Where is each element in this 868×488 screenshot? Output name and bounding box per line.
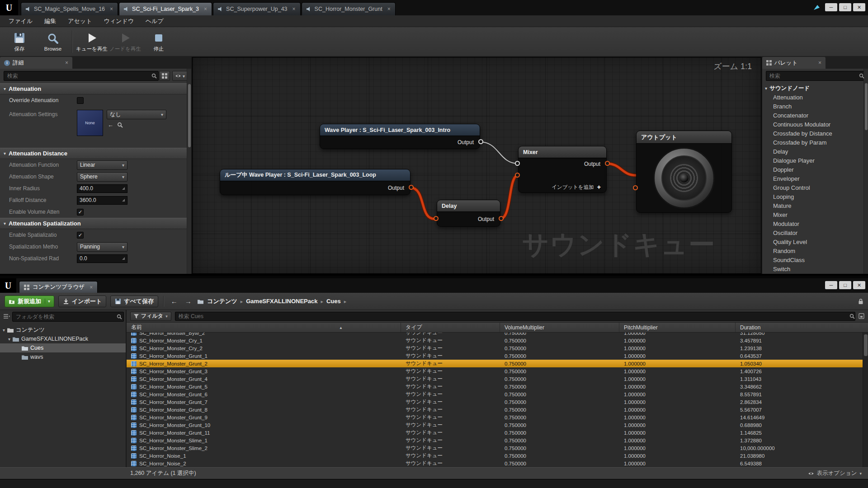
save-search-icon[interactable]: [859, 313, 864, 319]
asset-row[interactable]: SC_Horror_Noise_1サウンドキュー0.7500001.000000…: [127, 452, 868, 460]
menu-item[interactable]: ファイル: [3, 17, 38, 25]
output-pin[interactable]: [605, 161, 610, 166]
non-spatialized-radius-field[interactable]: 0.0: [77, 254, 127, 263]
tab-close-icon[interactable]: [90, 284, 93, 291]
drag-grip-icon[interactable]: [122, 199, 125, 202]
input-pin[interactable]: [515, 173, 520, 178]
tree-item-cues[interactable]: Cues: [0, 343, 126, 352]
forward-button[interactable]: [183, 296, 193, 306]
palette-node-item[interactable]: Random: [762, 247, 868, 256]
output-pin[interactable]: [478, 139, 483, 144]
palette-node-item[interactable]: Enveloper: [762, 174, 868, 183]
enable-volume-attenuation-checkbox[interactable]: [77, 209, 84, 216]
palette-node-item[interactable]: Mixer: [762, 211, 868, 220]
palette-node-item[interactable]: Oscillator: [762, 229, 868, 238]
output-pin[interactable]: [409, 185, 414, 190]
column-header-volume[interactable]: VolumeMultiplier: [500, 323, 619, 332]
attenuation-function-dropdown[interactable]: Linear: [77, 160, 127, 170]
tree-item-content[interactable]: コンテンツ: [0, 325, 126, 334]
asset-row[interactable]: SC_Horror_Monster_Grunt_8サウンドキュー0.750000…: [127, 406, 868, 413]
palette-node-item[interactable]: Continuous Modulator: [762, 120, 868, 129]
palette-node-item[interactable]: Dialogue Player: [762, 156, 868, 165]
node-mixer[interactable]: Mixer Output インプットを追加: [518, 146, 607, 193]
add-new-button[interactable]: 新規追加: [5, 296, 54, 307]
section-attenuation-spatialization[interactable]: Attenuation Spatialization: [0, 218, 191, 229]
column-header-duration[interactable]: Duration: [736, 323, 868, 332]
details-scrollbar[interactable]: [187, 69, 191, 274]
asset-row[interactable]: SC_Horror_Monster_Slime_1サウンドキュー0.750000…: [127, 436, 868, 444]
column-header-name[interactable]: 名前: [127, 323, 401, 332]
feedback-icon[interactable]: [813, 4, 821, 11]
palette-node-item[interactable]: Modulator: [762, 220, 868, 229]
palette-node-item[interactable]: Group Control: [762, 183, 868, 192]
palette-scrollbar[interactable]: [863, 69, 868, 274]
chevron-right-icon[interactable]: [321, 298, 323, 305]
palette-node-item[interactable]: Crossfade by Param: [762, 138, 868, 147]
palette-node-item[interactable]: Concatenator: [762, 111, 868, 120]
node-delay[interactable]: Delay Output: [437, 200, 500, 227]
spatialization-method-dropdown[interactable]: Panning: [77, 242, 127, 252]
editor-tab[interactable]: SC_Superpower_Up_43: [213, 2, 301, 15]
browse-button[interactable]: Browse: [36, 27, 70, 56]
asset-list-scrollbar[interactable]: [863, 333, 868, 467]
chevron-down-icon[interactable]: [45, 299, 50, 304]
palette-node-item[interactable]: Looping: [762, 192, 868, 202]
view-options-button[interactable]: ▾: [172, 71, 188, 81]
enable-spatialization-checkbox[interactable]: [77, 232, 84, 239]
close-button[interactable]: [853, 3, 865, 11]
asset-row[interactable]: SC_Horror_Monster_Grunt_10サウンドキュー0.75000…: [127, 421, 868, 429]
override-attenuation-checkbox[interactable]: [77, 97, 84, 104]
palette-node-item[interactable]: Switch: [762, 265, 868, 274]
node-waveplayer-intro[interactable]: Wave Player : S_Sci-Fi_Laser_Spark_003_I…: [320, 124, 480, 149]
stop-button[interactable]: 停止: [142, 27, 175, 56]
input-pin[interactable]: [633, 185, 638, 190]
palette-category-sound-nodes[interactable]: サウンドノード: [762, 83, 868, 93]
chevron-down-icon[interactable]: [3, 327, 5, 333]
node-output[interactable]: アウトプット: [636, 131, 732, 213]
play-cue-button[interactable]: キューを再生: [75, 27, 108, 56]
editor-title-bar[interactable]: U SC_Magic_Spells_Move_16SC_Sci-Fi_Laser…: [0, 0, 868, 15]
menu-item[interactable]: ウィンドウ: [98, 17, 140, 25]
input-pin[interactable]: [515, 161, 520, 166]
tree-item-pack[interactable]: GameSFXALLINONEPack: [0, 334, 126, 343]
minimize-button[interactable]: [825, 3, 837, 11]
asset-row[interactable]: SC_Horror_Monster_Grunt_6サウンドキュー0.750000…: [127, 390, 868, 398]
menu-item[interactable]: ヘルプ: [140, 17, 170, 25]
drag-grip-icon[interactable]: [122, 257, 125, 260]
minimize-button[interactable]: [825, 281, 837, 289]
palette-node-item[interactable]: SoundClass: [762, 256, 868, 265]
folder-search-input[interactable]: [12, 312, 124, 322]
palette-search-input[interactable]: [766, 71, 866, 81]
content-browser-tab[interactable]: コンテンツブラウザ: [19, 281, 98, 293]
property-matrix-button[interactable]: [159, 71, 170, 81]
inner-radius-field[interactable]: 400.0: [77, 184, 127, 193]
breadcrumb-item[interactable]: Cues: [326, 298, 341, 305]
chevron-right-icon[interactable]: [241, 298, 243, 305]
import-button[interactable]: インポート: [58, 296, 106, 307]
maximize-button[interactable]: [839, 281, 851, 289]
use-selected-asset-icon[interactable]: [108, 122, 113, 128]
chevron-right-icon[interactable]: [344, 298, 347, 305]
palette-node-item[interactable]: Attenuation: [762, 93, 868, 102]
sound-cue-graph[interactable]: ズーム 1:1 サウンドキュー Wave Player : S_Sci-Fi_L…: [192, 57, 761, 274]
tab-close-icon[interactable]: [110, 6, 113, 12]
editor-tab[interactable]: SC_Magic_Spells_Move_16: [21, 2, 118, 15]
asset-row[interactable]: SC_Horror_Monster_Cry_2サウンドキュー0.7500001.…: [127, 344, 868, 352]
drag-grip-icon[interactable]: [122, 187, 125, 190]
asset-row[interactable]: SC_Horror_Monster_Grunt_7サウンドキュー0.750000…: [127, 398, 868, 406]
falloff-distance-field[interactable]: 3600.0: [77, 196, 127, 205]
view-options-button[interactable]: 表示オプション: [808, 469, 862, 477]
asset-row[interactable]: SC_Horror_Monster_Byte_2サウンドキュー0.7500001…: [127, 333, 868, 337]
editor-tab[interactable]: SC_Sci-Fi_Laser_Spark_3: [119, 2, 212, 15]
asset-row[interactable]: SC_Horror_Monster_Grunt_2サウンドキュー0.750000…: [127, 360, 868, 367]
section-attenuation[interactable]: Attenuation: [0, 83, 191, 94]
content-browser-title-bar[interactable]: U コンテンツブラウザ: [0, 278, 868, 293]
attenuation-shape-dropdown[interactable]: Sphere: [77, 172, 127, 182]
asset-row[interactable]: SC_Horror_Monster_Slime_2サウンドキュー0.750000…: [127, 444, 868, 452]
browse-to-asset-icon[interactable]: [117, 122, 123, 128]
details-search-input[interactable]: [4, 71, 159, 81]
close-button[interactable]: [853, 281, 865, 289]
output-pin[interactable]: [499, 216, 504, 221]
lock-icon[interactable]: [858, 298, 863, 305]
menu-item[interactable]: アセット: [62, 17, 98, 25]
